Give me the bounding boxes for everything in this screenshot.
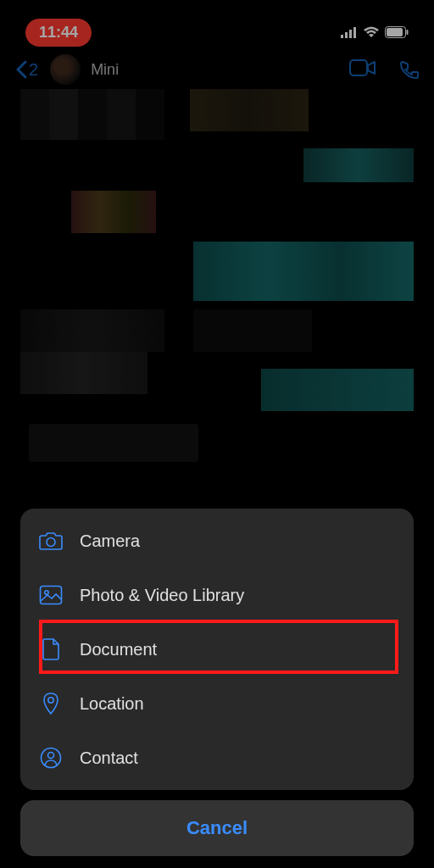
action-photo-library[interactable]: Photo & Video Library <box>20 568 414 622</box>
svg-point-8 <box>47 538 55 547</box>
photo-library-icon <box>39 583 63 607</box>
document-icon <box>39 637 63 661</box>
action-camera-label: Camera <box>80 531 140 551</box>
action-sheet-options: Camera Photo & Video Library Document Lo… <box>20 509 414 790</box>
location-icon <box>39 692 63 715</box>
action-location-label: Location <box>80 694 144 714</box>
action-cancel-button[interactable]: Cancel <box>20 800 414 856</box>
camera-icon <box>39 529 63 553</box>
svg-point-13 <box>48 753 54 759</box>
action-location[interactable]: Location <box>20 676 414 731</box>
svg-rect-9 <box>41 587 62 604</box>
svg-point-10 <box>45 591 48 594</box>
action-contact-label: Contact <box>80 748 138 768</box>
action-camera[interactable]: Camera <box>20 514 414 568</box>
action-contact[interactable]: Contact <box>20 731 414 785</box>
attachment-action-sheet: Camera Photo & Video Library Document Lo… <box>20 509 414 856</box>
action-photo-library-label: Photo & Video Library <box>80 586 244 605</box>
svg-point-11 <box>48 698 53 703</box>
action-document-label: Document <box>80 640 157 659</box>
contact-icon <box>39 746 63 770</box>
action-document[interactable]: Document <box>20 622 414 676</box>
